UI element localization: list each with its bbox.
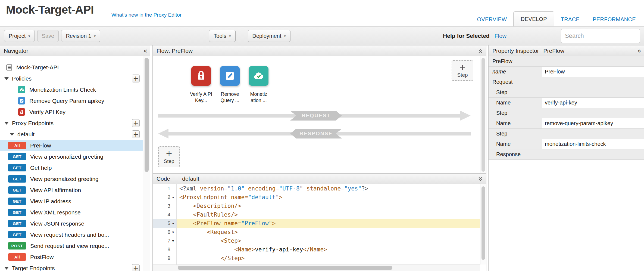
add-step-button-request[interactable]: + Step xyxy=(158,146,180,167)
arrow-head-left-icon xyxy=(158,129,168,138)
collapse-panel-icon[interactable]: « xyxy=(143,48,147,54)
nav-flow-view-api-affirmation[interactable]: GETView API affirmation xyxy=(0,184,143,196)
help-flow-link[interactable]: Flow xyxy=(495,33,507,39)
inspector-section-step-5: Step xyxy=(489,108,644,118)
deployment-menu-button[interactable]: Deployment ▾ xyxy=(248,30,290,42)
add-step-button-response[interactable]: + Step xyxy=(452,60,473,81)
add-target-endpoint-button[interactable]: + xyxy=(132,264,140,271)
code-horizontal-scrollbar[interactable] xyxy=(153,264,480,271)
expand-down-icon[interactable] xyxy=(477,176,483,182)
nav-section-policies[interactable]: Policies + xyxy=(0,73,143,84)
flow-policy-verify-a-pi-key[interactable]: Verify A PI Key... xyxy=(188,66,214,103)
fold-toggle-icon[interactable]: ▾ xyxy=(170,219,176,228)
nav-section-proxy-endpoints[interactable]: Proxy Endpoints + xyxy=(0,118,143,129)
arrow-head-right-icon xyxy=(460,111,471,121)
add-flow-button[interactable]: + xyxy=(132,130,140,138)
line-number: 5 xyxy=(167,219,170,228)
nav-flow-view-xml-response[interactable]: GETView XML response xyxy=(0,207,143,218)
field-value[interactable]: monetization-limits-check xyxy=(542,139,644,149)
gutter: 7▾ xyxy=(153,236,177,245)
navigator-header: Navigator « xyxy=(0,45,150,56)
inspector-title: Property Inspector xyxy=(492,48,539,54)
field-value[interactable]: verify-api-key xyxy=(542,98,644,108)
scrollbar-thumb[interactable] xyxy=(145,58,149,172)
scrollbar-thumb[interactable] xyxy=(178,266,392,270)
method-badge: GET xyxy=(8,164,26,171)
revision-menu-button[interactable]: Revision 1 ▾ xyxy=(61,30,100,42)
expand-panel-icon[interactable]: » xyxy=(637,48,641,54)
add-policy-button[interactable]: + xyxy=(132,75,140,82)
line-number: 7 xyxy=(167,236,170,245)
code-text[interactable]: <Name>verify-api-key</Name> xyxy=(177,245,486,254)
tab-overview[interactable]: OVERVIEW xyxy=(470,12,513,27)
fold-toggle-icon[interactable]: ▾ xyxy=(170,193,176,202)
nav-root-item[interactable]: Mock-Target-API xyxy=(0,62,143,73)
code-vertical-scrollbar[interactable] xyxy=(480,184,486,264)
nav-flow-get-help[interactable]: GETGet help xyxy=(0,162,143,173)
nav-flow-view-personalized-greeting[interactable]: GETView personalized greeting xyxy=(0,173,143,184)
response-flow-arrow: RESPONSE xyxy=(158,129,471,138)
flow-designer-canvas: Verify A PI Key...Remove Query ...Moneti… xyxy=(153,56,486,173)
policy-label: Verify A PI Key... xyxy=(188,91,214,103)
nav-flow-view-json-response[interactable]: GETView JSON response xyxy=(0,218,143,229)
flow-panel-title: Flow: PreFlow xyxy=(157,48,193,54)
flow-label: View a personalized greeting xyxy=(30,153,103,160)
search-input[interactable] xyxy=(561,29,640,43)
navigator-title: Navigator xyxy=(4,48,28,54)
tools-menu-button[interactable]: Tools ▾ xyxy=(209,30,235,42)
code-text[interactable]: <FaultRules/> xyxy=(177,210,486,219)
method-badge: GET xyxy=(8,209,26,216)
scrollbar-thumb[interactable] xyxy=(482,186,485,260)
flow-label: View API affirmation xyxy=(30,187,81,193)
code-text[interactable]: <Request> xyxy=(177,228,486,236)
collapse-up-icon[interactable] xyxy=(477,48,483,54)
nav-flow-view-request-headers-and-bo[interactable]: GETView request headers and bo... xyxy=(0,229,143,240)
nav-flow-view-a-personalized-greeting[interactable]: GETView a personalized greeting xyxy=(0,151,143,162)
code-text[interactable]: <?xml version="1.0" encoding="UTF-8" sta… xyxy=(177,184,486,193)
gutter: 3 xyxy=(153,202,177,210)
scrollbar-thumb[interactable] xyxy=(482,58,485,172)
plus-icon: + xyxy=(459,63,466,71)
gutter: 9 xyxy=(153,254,177,263)
tab-develop[interactable]: DEVELOP xyxy=(513,11,554,27)
nav-flow-view-ip-address[interactable]: GETView IP address xyxy=(0,196,143,207)
flow-policy-remove-query[interactable]: Remove Query ... xyxy=(217,66,243,103)
method-badge: POST xyxy=(8,242,26,250)
inspector-field-name-4: Nameverify-api-key xyxy=(489,98,644,108)
navigator-scrollbar[interactable] xyxy=(143,56,150,271)
nav-policy-monetization-limits-check[interactable]: Monetization Limits Check xyxy=(0,84,143,95)
tab-trace[interactable]: TRACE xyxy=(554,12,586,27)
tab-performance[interactable]: PERFORMANCE xyxy=(586,12,642,27)
section-label: Request xyxy=(489,79,513,85)
fold-toggle-icon[interactable]: ▾ xyxy=(170,228,176,236)
nav-flow-postflow[interactable]: AllPostFlow xyxy=(0,251,143,263)
help-for-selected-label: Help for Selected xyxy=(443,33,490,39)
method-badge: GET xyxy=(8,198,26,205)
nav-policy-verify-api-key[interactable]: Verify API Key xyxy=(0,106,143,118)
code-text[interactable]: <ProxyEndpoint name="default"> xyxy=(177,193,486,202)
nav-flow-send-request-and-view-reque[interactable]: POSTSend request and view reque... xyxy=(0,240,143,251)
fold-toggle-icon[interactable]: ▾ xyxy=(170,236,176,245)
save-button[interactable]: Save xyxy=(37,30,59,42)
nav-flow-preflow[interactable]: AllPreFlow xyxy=(0,140,143,151)
flow-policy-monetiz-ation[interactable]: Monetiz ation ... xyxy=(246,66,272,103)
disclosure-triangle-icon xyxy=(4,267,9,270)
code-editor[interactable]: 1<?xml version="1.0" encoding="UTF-8" st… xyxy=(153,184,486,271)
flow-label: View request headers and bo... xyxy=(30,232,109,238)
field-value[interactable]: PreFlow xyxy=(542,67,644,77)
code-text[interactable]: <PreFlow name="PreFlow"> xyxy=(177,219,486,228)
gutter: 5▾ xyxy=(153,219,177,228)
nav-group-default[interactable]: default + xyxy=(0,129,143,140)
code-text[interactable]: <Step> xyxy=(177,236,486,245)
code-text[interactable]: </Step> xyxy=(177,254,486,263)
code-line-1: 1<?xml version="1.0" encoding="UTF-8" st… xyxy=(153,184,486,193)
project-menu-button[interactable]: Project ▾ xyxy=(4,30,35,42)
cloud-check-icon xyxy=(18,86,25,93)
field-value[interactable]: remove-query-param-apikey xyxy=(542,118,644,128)
nav-section-target-endpoints[interactable]: Target Endpoints + xyxy=(0,263,143,271)
code-text[interactable]: <Description/> xyxy=(177,202,486,210)
whats-new-link[interactable]: What's new in the Proxy Editor xyxy=(111,12,182,18)
add-proxy-endpoint-button[interactable]: + xyxy=(132,119,140,127)
flow-scrollbar[interactable] xyxy=(480,56,486,173)
nav-policy-remove-query-param-apikey[interactable]: Remove Query Param apikey xyxy=(0,95,143,106)
